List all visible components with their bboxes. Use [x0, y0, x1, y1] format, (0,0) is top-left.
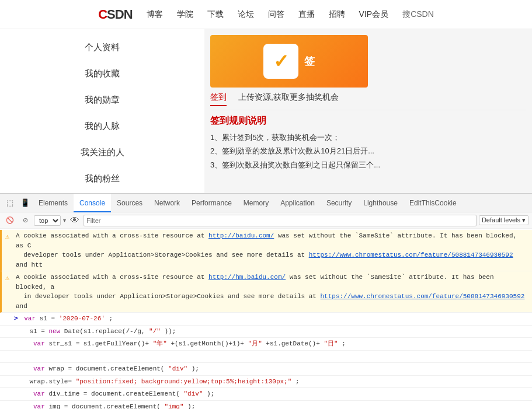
sidebar: 个人资料 我的收藏 我的勋章 我的人脉 我关注的人 我的粉丝 我的标签 我的钱包… — [0, 29, 204, 216]
prompt-icon-1: > — [14, 315, 18, 322]
tab-console[interactable]: Console — [74, 194, 111, 212]
tab-application[interactable]: Application — [274, 194, 321, 212]
tab-sources[interactable]: Sources — [111, 194, 148, 212]
nav-forum[interactable]: 论坛 — [238, 9, 254, 20]
checkin-banner: 签 — [210, 35, 368, 88]
right-content: 签 签到 上传资源,获取更多抽奖机会 签到规则说明 1、累计签到5次，获取抽奖机… — [204, 29, 532, 216]
context-arrow: ▾ — [63, 217, 66, 223]
warning-icon-1: ⚠ — [5, 232, 9, 242]
console-input-5: wrap.style= "position:fixed; background:… — [0, 376, 532, 389]
nav-recruit[interactable]: 招聘 — [329, 9, 345, 20]
tab-elements[interactable]: Elements — [33, 194, 74, 212]
banner-text: 签 — [304, 54, 315, 68]
warning-2-link1[interactable]: http://hm.baidu.com/ — [208, 274, 286, 281]
console-input-6: var div_time = document.createElement( "… — [0, 388, 532, 401]
console-warning-1: ⚠ A cookie associated with a cross-site … — [0, 230, 532, 271]
sidebar-item-following[interactable]: 我关注的人 — [0, 140, 204, 165]
levels-dropdown[interactable]: Default levels ▾ — [479, 215, 528, 225]
eye-icon[interactable]: 👁 — [68, 214, 81, 227]
warning-icon-2: ⚠ — [5, 273, 9, 284]
main-content: 个人资料 我的收藏 我的勋章 我的人脉 我关注的人 我的粉丝 我的标签 我的钱包… — [0, 29, 532, 216]
nav-live[interactable]: 直播 — [298, 9, 315, 20]
console-input-1: > var s1 = '2020-07-26' ; — [0, 313, 532, 326]
logo-c: C — [98, 7, 107, 22]
tab-network[interactable]: Network — [148, 194, 186, 212]
nav-download[interactable]: 下载 — [207, 9, 224, 20]
sidebar-item-badges[interactable]: 我的勋章 — [0, 88, 204, 113]
console-input-3: var str_s1 = s1.getFullYear()+ "年" +(s1.… — [0, 338, 532, 351]
devtools-device-icon[interactable]: 📱 — [18, 195, 33, 211]
tab-lighthouse[interactable]: Lighthouse — [357, 194, 404, 212]
tab-upload[interactable]: 上传资源,获取更多抽奖机会 — [238, 92, 339, 106]
nav-vip[interactable]: VIP会员 — [359, 9, 389, 20]
devtools-panel: ⬚ 📱 Elements Console Sources Network Per… — [0, 193, 532, 409]
console-output: ⚠ A cookie associated with a cross-site … — [0, 229, 532, 409]
checkin-tabs: 签到 上传资源,获取更多抽奖机会 — [210, 92, 526, 110]
checkin-rules-title: 签到规则说明 — [210, 115, 526, 127]
tab-performance[interactable]: Performance — [186, 194, 238, 212]
sidebar-item-profile[interactable]: 个人资料 — [0, 35, 204, 60]
checkmark-icon — [263, 44, 298, 79]
checkin-rule-3: 3、签到次数及抽奖次数自签到之日起只保留三个... — [210, 158, 526, 172]
console-input-2: s1 = new Date(s1.replace(/-/g, "/" )); — [0, 326, 532, 338]
context-selector[interactable]: top — [34, 215, 61, 226]
csdn-logo[interactable]: CSDN — [98, 7, 132, 22]
checkin-rules: 1、累计签到5次，获取抽奖机会一次； 2、签到勋章的发放及累计次数从10月21日… — [210, 131, 526, 172]
console-toolbar: 🚫 ⊘ top ▾ 👁 Default levels ▾ — [0, 212, 532, 229]
checkin-rule-2: 2、签到勋章的发放及累计次数从10月21日后开... — [210, 144, 526, 158]
tab-checkin[interactable]: 签到 — [210, 92, 227, 106]
clear-console-icon[interactable]: 🚫 — [4, 214, 16, 227]
console-input-7: var img = document.createElement( "img" … — [0, 401, 532, 410]
sidebar-item-connections[interactable]: 我的人脉 — [0, 114, 204, 139]
console-input-blank — [0, 351, 532, 363]
tab-memory[interactable]: Memory — [238, 194, 274, 212]
tab-security[interactable]: Security — [321, 194, 357, 212]
tab-editthiscookie[interactable]: EditThisCookie — [404, 194, 463, 212]
warning-1-link1[interactable]: http://baidu.com/ — [208, 232, 274, 239]
filter-input[interactable] — [84, 215, 477, 226]
sidebar-item-fans[interactable]: 我的粉丝 — [0, 166, 204, 191]
sidebar-item-favorites[interactable]: 我的收藏 — [0, 61, 204, 86]
filter-icon[interactable]: ⊘ — [19, 214, 32, 227]
nav-qa[interactable]: 问答 — [268, 9, 284, 20]
nav-blog[interactable]: 博客 — [147, 9, 163, 20]
nav-search[interactable]: 搜CSDN — [402, 9, 434, 20]
top-nav: CSDN 博客 学院 下载 论坛 问答 直播 招聘 VIP会员 搜CSDN — [0, 0, 532, 29]
warning-2-link2[interactable]: https://www.chromestatus.com/feature/508… — [321, 293, 525, 300]
console-input-4: var wrap = document.createElement( "div"… — [0, 363, 532, 376]
devtools-inspect-icon[interactable]: ⬚ — [2, 195, 18, 211]
warning-1-link2[interactable]: https://www.chromestatus.com/feature/508… — [309, 251, 513, 258]
console-warning-2: ⚠ A cookie associated with a cross-site … — [0, 271, 532, 313]
logo-sdn: SDN — [107, 7, 132, 22]
nav-academy[interactable]: 学院 — [177, 9, 193, 20]
devtools-tabbar: ⬚ 📱 Elements Console Sources Network Per… — [0, 194, 532, 212]
checkin-rule-1: 1、累计签到5次，获取抽奖机会一次； — [210, 131, 526, 144]
